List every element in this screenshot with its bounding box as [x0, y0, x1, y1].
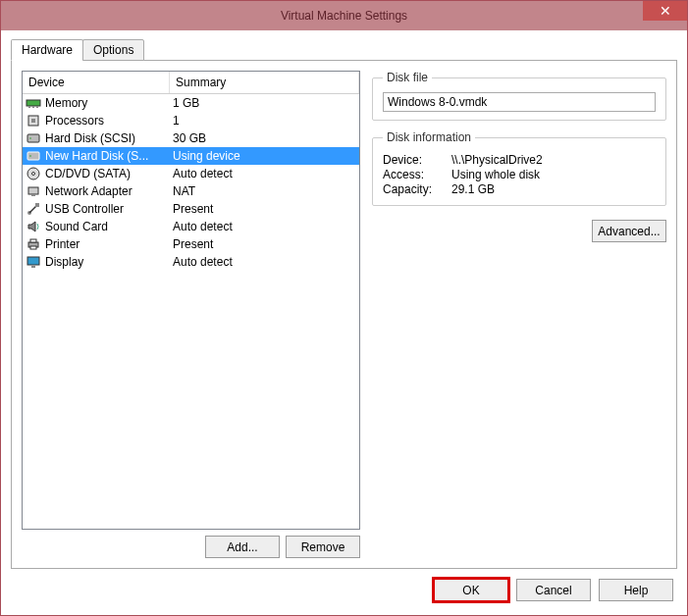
cancel-button[interactable]: Cancel	[516, 579, 591, 601]
add-button[interactable]: Add...	[205, 536, 280, 558]
device-row[interactable]: USB ControllerPresent	[23, 200, 359, 218]
device-name: Hard Disk (SCSI)	[45, 131, 173, 145]
device-summary: Auto detect	[173, 255, 356, 269]
column-summary[interactable]: Summary	[170, 72, 359, 93]
disk-info-group: Disk information Device: \\.\PhysicalDri…	[372, 130, 666, 206]
svg-rect-12	[28, 187, 38, 194]
right-pane: Disk file Disk information Device: \\.\P…	[372, 71, 666, 558]
info-device-label: Device:	[383, 153, 451, 167]
device-row[interactable]: Processors1	[23, 112, 359, 129]
device-summary: Auto detect	[173, 167, 356, 180]
titlebar: Virtual Machine Settings ✕	[1, 1, 687, 30]
device-name: Sound Card	[45, 220, 173, 233]
memory-icon	[26, 95, 41, 111]
device-row[interactable]: PrinterPresent	[23, 235, 359, 253]
sound-icon	[26, 219, 41, 234]
device-summary: 1 GB	[173, 96, 356, 110]
cd-icon	[26, 166, 41, 181]
window-title: Virtual Machine Settings	[281, 9, 407, 23]
disk-info-legend: Disk information	[383, 130, 475, 144]
svg-rect-8	[27, 152, 39, 160]
disk-file-group: Disk file	[372, 71, 666, 121]
device-name: CD/DVD (SATA)	[45, 167, 173, 180]
list-header: Device Summary	[23, 72, 359, 94]
svg-rect-19	[27, 257, 39, 265]
cpu-icon	[26, 113, 41, 128]
device-summary: NAT	[173, 184, 356, 198]
device-summary: Using device	[173, 149, 356, 163]
tab-hardware[interactable]: Hardware	[11, 39, 83, 61]
svg-rect-15	[35, 203, 39, 207]
advanced-button[interactable]: Advanced...	[592, 220, 666, 242]
info-capacity: Capacity: 29.1 GB	[383, 182, 656, 196]
usb-icon	[26, 201, 41, 217]
device-name: USB Controller	[45, 202, 173, 216]
footer: OK Cancel Help	[1, 569, 687, 615]
info-capacity-label: Capacity:	[383, 182, 451, 196]
device-summary: Present	[173, 202, 356, 216]
remove-button[interactable]: Remove	[286, 536, 360, 558]
left-pane: Device Summary Memory1 GBProcessors1Hard…	[22, 71, 360, 558]
svg-rect-6	[27, 134, 39, 142]
device-name: Display	[45, 255, 173, 269]
device-summary: 1	[173, 114, 356, 128]
info-access-value: Using whole disk	[451, 168, 540, 181]
close-icon: ✕	[660, 3, 671, 19]
close-button[interactable]: ✕	[643, 1, 687, 21]
device-row[interactable]: Memory1 GB	[23, 94, 359, 112]
help-button[interactable]: Help	[599, 579, 673, 601]
disk-file-legend: Disk file	[383, 71, 432, 84]
settings-window: Virtual Machine Settings ✕ Hardware Opti…	[0, 0, 688, 616]
disk-file-input[interactable]	[383, 92, 656, 112]
net-icon	[26, 183, 41, 199]
svg-rect-13	[31, 194, 35, 196]
advanced-row: Advanced...	[372, 220, 666, 242]
device-name: Memory	[45, 96, 173, 110]
svg-rect-17	[30, 239, 36, 242]
list-buttons: Add... Remove	[22, 536, 360, 558]
tab-options-label: Options	[93, 43, 133, 57]
svg-point-7	[29, 137, 31, 139]
device-summary: 30 GB	[173, 131, 356, 145]
svg-point-11	[32, 173, 35, 176]
tab-options[interactable]: Options	[82, 39, 144, 61]
info-access: Access: Using whole disk	[383, 168, 656, 181]
device-name: Processors	[45, 114, 173, 128]
info-device-value: \\.\PhysicalDrive2	[451, 153, 543, 167]
hdd-icon	[26, 130, 41, 146]
device-summary: Present	[173, 237, 356, 251]
tab-strip: Hardware Options	[11, 39, 677, 61]
svg-rect-5	[31, 119, 35, 123]
device-row[interactable]: Hard Disk (SCSI)30 GB	[23, 129, 359, 147]
info-access-label: Access:	[383, 168, 451, 181]
display-icon	[26, 254, 41, 270]
svg-rect-20	[31, 266, 35, 268]
device-row[interactable]: Sound CardAuto detect	[23, 218, 359, 235]
tab-panel: Device Summary Memory1 GBProcessors1Hard…	[11, 60, 677, 569]
device-summary: Auto detect	[173, 220, 356, 233]
tab-hardware-label: Hardware	[22, 43, 73, 57]
printer-icon	[26, 236, 41, 252]
svg-point-9	[29, 155, 31, 157]
content-area: Hardware Options Device Summary Memory1 …	[1, 30, 687, 569]
device-row[interactable]: Network AdapterNAT	[23, 182, 359, 200]
device-row[interactable]: DisplayAuto detect	[23, 253, 359, 271]
svg-rect-3	[36, 106, 38, 108]
svg-rect-18	[30, 246, 36, 249]
svg-rect-1	[28, 106, 30, 108]
ok-button[interactable]: OK	[434, 579, 508, 601]
device-row[interactable]: CD/DVD (SATA)Auto detect	[23, 165, 359, 182]
info-device: Device: \\.\PhysicalDrive2	[383, 153, 656, 167]
device-row[interactable]: New Hard Disk (S...Using device	[23, 147, 359, 165]
svg-rect-2	[32, 106, 34, 108]
column-device[interactable]: Device	[23, 72, 170, 93]
info-capacity-value: 29.1 GB	[451, 182, 495, 196]
device-name: New Hard Disk (S...	[45, 149, 173, 163]
hdd-icon	[26, 148, 41, 164]
device-name: Network Adapter	[45, 184, 173, 198]
device-list[interactable]: Device Summary Memory1 GBProcessors1Hard…	[22, 71, 360, 530]
svg-rect-0	[26, 100, 40, 106]
device-name: Printer	[45, 237, 173, 251]
